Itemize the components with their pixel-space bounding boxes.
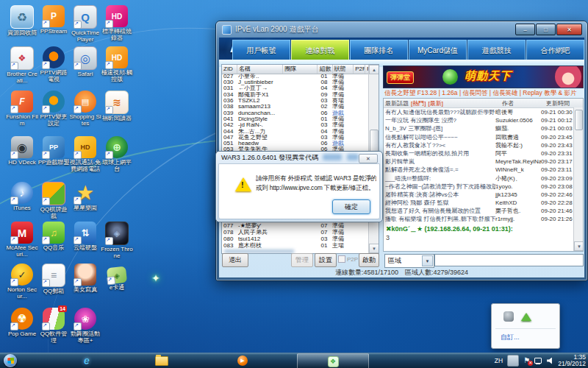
desktop-icon-global-web[interactable]: 環球上網平台 [101, 136, 133, 172]
hidden-tray-network-icon[interactable] [521, 313, 531, 321]
tray-overflow-button[interactable] [507, 355, 519, 367]
forum-row[interactable]: 屠幹精英賽:決賽:諸神vs公本jjk1234509-20 22:46 [384, 191, 583, 199]
maximize-button[interactable] [536, 24, 556, 35]
desktop-icon-dance-club[interactable]: 勁舞團活動專區+ [69, 308, 101, 344]
desktop-icon-hd-vdeck[interactable]: HD VDeck [6, 136, 38, 166]
chat-input[interactable] [434, 254, 584, 266]
tab-user-account[interactable]: 用戶帳號 [232, 40, 290, 60]
player-row[interactable]: 051heaedw06遊戲 [222, 141, 369, 146]
desktop-icon-ecard[interactable]: e卡通 [101, 263, 133, 291]
tab-online-battle[interactable]: 連線對戰 [291, 40, 349, 60]
settings-button[interactable]: 設置 [315, 253, 337, 267]
start-button[interactable] [4, 354, 17, 367]
player-row[interactable]: 030J_ustinbieber08準備 [222, 79, 369, 85]
forum-row[interactable]: 有冇人教我食冰丫??><我輸不起:)09-20 23:43 [384, 141, 583, 149]
desktop-icon-cloud-drive[interactable]: 云端硬盤 [69, 222, 101, 251]
forum-row[interactable]: 一年沒玩 有沒團隊生 沒撈?Suzukier.050609-21 00:12 [384, 116, 583, 124]
region-dropdown[interactable]: 區域 [384, 254, 434, 268]
forum-row[interactable]: 我想遇了好久 有關信長幾屬改的位置栗子哲也.09-20 21:46 [384, 207, 583, 215]
desktop-icon-recycle-bin[interactable]: 資源回收筒 [6, 5, 38, 36]
player-row[interactable]: 044朱...古...力04準備 [222, 129, 369, 135]
forum-row[interactable]: 播歌 有楊樂壇 打信長打到黑,聽下歌舒服下(20/9)r1rmyjj.09-20… [384, 215, 583, 223]
player-row[interactable]: 047花鱼之野望03準備 [222, 135, 369, 141]
desktop-icon-beauty-album[interactable]: 美女寫真 [69, 263, 101, 293]
taskbar-item-explorer[interactable] [146, 353, 178, 368]
player-row[interactable]: 080tsui141203準備 [222, 236, 369, 242]
network-icon[interactable] [534, 357, 542, 365]
desktop-icon-pp-game-union[interactable]: PP遊戲聯盟 [37, 136, 70, 166]
player-row[interactable]: 083應木樹枝01主場 [222, 242, 369, 249]
forum-scrollbar[interactable] [573, 107, 583, 224]
desktop-icon-qq-games[interactable]: QQ棋牌遊戲 [37, 182, 70, 219]
clock[interactable]: 1:35 21/9/2012 [558, 354, 586, 367]
desktop-icon-pptv-tv[interactable]: PPTV網路電視 [37, 46, 70, 82]
player-row[interactable]: 027小皇帝..01準備 [222, 74, 369, 79]
desktop-icon-ppstream[interactable]: PPStream [37, 5, 70, 35]
desktop-icon-safari[interactable]: Safari [69, 46, 101, 77]
player-row[interactable]: 038samaam21302準備 [222, 104, 369, 110]
dialog-close-button[interactable] [359, 154, 378, 163]
hidden-tray-device-icon[interactable] [503, 311, 514, 322]
forum-row[interactable]: 點解遇井死左之後會復活=.=WINneR_k09-20 23:11 [384, 166, 583, 174]
tab-mycard-topup[interactable]: MyCard儲值 [409, 40, 467, 60]
desktop-icon-norton[interactable]: Norton Secur... [6, 263, 38, 300]
desktop-icon-qq-software[interactable]: 14QQ軟件管理 [37, 308, 70, 344]
desktop-icon-shopping-sites[interactable]: Shopping Sites [69, 91, 101, 127]
tab-game-arena[interactable]: 遊戲競技 [467, 40, 526, 60]
forum-row[interactable]: 信長點解可以咁唔公平~~~~回戰書過09-20 23:45 [384, 133, 583, 141]
speaker-icon[interactable] [547, 358, 553, 364]
desktop-icon-mcafee[interactable]: McAfee Securi... [6, 222, 38, 258]
p2p-checkbox[interactable]: P2P [338, 255, 358, 263]
exit-button[interactable]: 退出 [222, 253, 248, 267]
player-row[interactable]: 041DicingStyle01準備 [222, 116, 369, 122]
desktop-icon-speed-video[interactable]: 極速視頻-觸控版 [101, 46, 133, 82]
game-links-bar[interactable]: 信長之野望 F13.28 | 1.26a | 信長問答 | 信長英雄 | Rep… [384, 89, 582, 97]
forum-row[interactable]: ___唔洗!!!整餓咩:小豬(K)、09-20 23:09 [384, 174, 583, 183]
dialog-titlebar[interactable]: WAR3 1.26.0.6401 發現異常代碼 [216, 152, 382, 163]
taskbar-item-ipve-active[interactable] [297, 353, 369, 368]
desktop-icon-foxit-reader[interactable]: 福昕閱讀器 [101, 91, 133, 121]
ok-button[interactable]: 確定 [332, 199, 370, 214]
desktop-icon-brother-creative[interactable]: Brother Creati... [6, 46, 38, 84]
desktop-icon-funshion-film[interactable]: Funshion Film [6, 91, 38, 127]
tab-team-ranking[interactable]: 團隊排名 [350, 40, 408, 60]
forum-row[interactable]: 有冇人知邊個玩信長最勁???就聽跟佢學野!!暗後哥09-21 00:30 [384, 108, 583, 116]
language-indicator[interactable]: ZH [495, 357, 503, 364]
forum-row[interactable]: 經神阿松 飛鄒 森仔 監獄KeithXD09-20 22:28 [384, 199, 583, 207]
desktop-icon-pptv-settings[interactable]: PPTV變更設定 [37, 91, 70, 127]
player-row[interactable]: 034鄙俺新手X109準備 [222, 92, 369, 98]
player-row[interactable]: 078人民子弟兵07準備 [222, 229, 369, 236]
desktop-icon-hd-converter[interactable]: 標準轉檔燒錄器 [101, 5, 133, 41]
player-row[interactable]: 036TSZKL203賽場 [222, 98, 369, 104]
player-row[interactable]: 077-★悠夢y′07準備 [222, 222, 369, 229]
close-button[interactable] [556, 24, 582, 35]
action-center-flag-icon[interactable]: ⚑ [523, 357, 530, 364]
desktop-icon-frozen-throne[interactable]: Frozen Throne [101, 222, 133, 259]
desktop-icon-itunes[interactable]: iTunes [6, 182, 38, 211]
player-row[interactable]: 042-jd RaiN-.03準備 [222, 122, 369, 128]
forum-filter-new[interactable]: [最新] [428, 99, 442, 107]
taskbar-item-media-player[interactable] [226, 353, 259, 368]
forum-row[interactable]: N_b_3V 三軍團聯-[恩]鰤茄.09-21 00:03 [384, 124, 583, 132]
desktop-icon-quicktime[interactable]: QuickTime Player [69, 5, 101, 43]
taskbar-item-ie[interactable]: e [71, 353, 103, 368]
forum-row[interactable]: 長期收集一啲精彩的視頻,拍片用阿平09-20 23:31 [384, 149, 583, 158]
scrollbar-thumb[interactable] [575, 110, 583, 130]
tab-partner-cafe[interactable]: 合作網吧 [526, 40, 584, 60]
chat-scrollbar[interactable] [573, 223, 583, 251]
desktop-icon-star-park[interactable]: 星星樂園 [69, 182, 101, 211]
forum-filter-hot[interactable]: [熱門] [411, 99, 426, 107]
start-button[interactable]: 啟動 [359, 253, 379, 267]
customize-link[interactable]: 自訂... [501, 333, 520, 342]
ad-banner[interactable]: 彈彈堂 萌動天下 [383, 66, 584, 88]
desktop-icon-qq-mail[interactable]: QQ郵箱 [37, 263, 70, 294]
desktop-icon-net-phone[interactable]: 視訊通話-免費網路電話 [69, 136, 101, 172]
desktop-icon-qq-music[interactable]: QQ音乐 [37, 222, 70, 251]
minimize-button[interactable] [515, 24, 535, 35]
player-row[interactable]: 039duncanchan...06遊戲 [222, 110, 369, 116]
player-row[interactable]: 031←小豆丁→04準備 [222, 86, 369, 92]
forum-row[interactable]: 影片輯華嵐MeyreTak.ReyiNa09-20 23:17 [384, 158, 583, 166]
scroll-down-icon[interactable] [369, 244, 379, 253]
forum-row[interactable]: ~作者之神圖~(請教清楚宇) 對下次路極改版惡圖好運1yoyo.09-20 23… [384, 183, 583, 191]
desktop-icon-pop-game[interactable]: Pop Game [6, 308, 38, 337]
